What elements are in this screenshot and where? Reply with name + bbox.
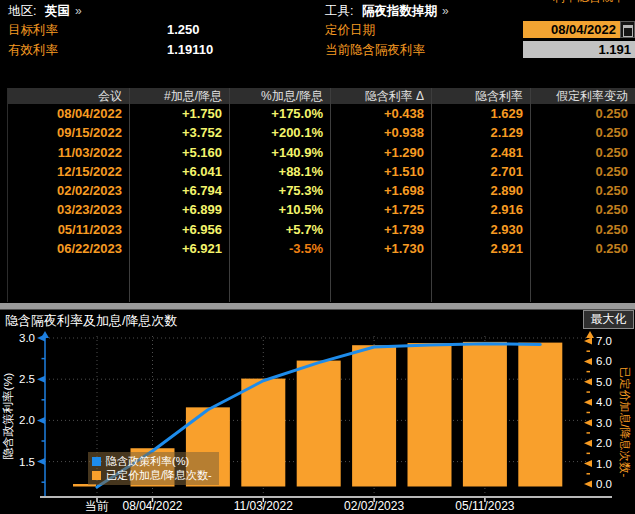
table-cell: 2.916: [431, 200, 530, 219]
table-cell: +1.510: [330, 162, 431, 181]
right-tick-label: 7.0: [596, 335, 612, 347]
table-divider: [530, 88, 531, 302]
table-cell: +1.739: [330, 220, 431, 239]
right-tick-icon: [584, 440, 592, 447]
legend-item[interactable]: 隐含政策利率(%): [92, 454, 212, 468]
table-cell: -3.5%: [229, 239, 330, 258]
table-row[interactable]: 05/11/2023+6.956+5.7%+1.7392.9300.250: [7, 220, 635, 239]
column-header[interactable]: #加息/降息: [129, 88, 229, 104]
table-cell: +75.3%: [229, 181, 330, 200]
x-tick-label: 当前: [85, 499, 109, 513]
legend-label: 隐含政策利率(%): [106, 454, 189, 469]
table-cell: +88.1%: [229, 162, 330, 181]
table-row[interactable]: 02/02/2023+6.794+75.3%+1.6982.8900.250: [7, 181, 635, 200]
table-cell: +140.9%: [229, 143, 330, 162]
table-cell: 0.250: [530, 239, 635, 258]
x-tick-label: 11/03/2022: [234, 499, 293, 513]
tool-selector[interactable]: 工具: 隔夜指数掉期»: [325, 3, 449, 20]
left-axis-title: 隐含政策利率(%): [2, 372, 14, 459]
table-cell: +1.730: [330, 239, 431, 258]
bar: [297, 361, 341, 487]
right-minor-tick: [587, 473, 591, 475]
table-cell: +5.7%: [229, 220, 330, 239]
right-tick-label: 0.0: [596, 478, 612, 490]
right-tick-label: 1.0: [596, 458, 612, 470]
table-cell: +0.438: [330, 104, 431, 123]
table-cell: +6.921: [129, 239, 229, 258]
table-cell: +6.899: [129, 200, 229, 219]
left-tick-icon: [37, 335, 45, 342]
right-tick-label: 6.0: [596, 355, 612, 367]
calendar-icon[interactable]: [620, 21, 635, 38]
meetings-table: 08/04/2022+1.750+175.0%+0.4381.6290.2500…: [7, 104, 635, 258]
chart-legend[interactable]: 隐含政策利率(%) 已定价加息/降息次数-: [88, 452, 219, 485]
pricing-date-input[interactable]: 08/04/2022: [523, 21, 620, 38]
table-row[interactable]: 03/23/2023+6.899+10.5%+1.7252.9160.250: [7, 200, 635, 219]
table-cell: +6.956: [129, 220, 229, 239]
bar: [518, 343, 562, 487]
table-divider: [129, 88, 130, 302]
table-row[interactable]: 12/15/2022+6.041+88.1%+1.5102.7010.250: [7, 162, 635, 181]
right-minor-tick: [587, 391, 591, 393]
region-value[interactable]: 英国: [45, 4, 70, 18]
right-tick-icon: [584, 337, 592, 344]
table-cell: 2.890: [431, 181, 530, 200]
table-cell: 0.250: [530, 181, 635, 200]
left-tick-label: 2.5: [19, 373, 35, 385]
current-implied-label: 当前隐含隔夜利率: [325, 43, 425, 58]
table-cell: 02/02/2023: [7, 181, 129, 200]
table-cell: 09/15/2022: [7, 123, 129, 142]
table-cell: 2.481: [431, 143, 530, 162]
x-tick-label: 02/02/2023: [344, 499, 404, 513]
effective-rate-value: 1.19110: [167, 42, 213, 57]
right-axis-title: 已定价加息/降息次数-: [619, 367, 631, 478]
table-cell: 08/04/2022: [7, 104, 129, 123]
left-minor-tick: [42, 440, 46, 442]
column-header[interactable]: 假定利率变动: [530, 88, 635, 104]
clipped-header-text: 利率隐含概率: [553, 0, 635, 5]
column-header[interactable]: 隐含利率 Δ: [330, 88, 431, 104]
left-tick-icon: [37, 376, 45, 383]
legend-label: 已定价加息/降息次数-: [106, 468, 212, 483]
table-row[interactable]: 11/03/2022+5.160+140.9%+1.2902.4810.250: [7, 143, 635, 162]
tool-label: 工具:: [325, 4, 353, 18]
x-tick-label: 05/11/2023: [455, 499, 514, 513]
table-cell: 0.250: [530, 143, 635, 162]
right-axis-arrow-icon: [586, 331, 594, 338]
legend-item[interactable]: 已定价加息/降息次数-: [92, 468, 212, 482]
right-tick-icon: [584, 358, 592, 365]
maximize-button[interactable]: 最大化: [583, 310, 634, 329]
table-cell: 2.930: [431, 220, 530, 239]
x-tick-label: 08/04/2022: [122, 499, 182, 513]
horizontal-scrollbar[interactable]: [0, 303, 635, 310]
right-tick-icon: [584, 399, 592, 406]
table-divider: [229, 88, 230, 302]
right-tick-label: 2.0: [596, 437, 612, 449]
bar: [408, 343, 452, 486]
tool-chevron-icon[interactable]: »: [442, 4, 449, 18]
table-cell: +5.160: [129, 143, 229, 162]
table-cell: +175.0%: [229, 104, 330, 123]
region-chevron-icon[interactable]: »: [75, 4, 82, 18]
legend-swatch-bar: [92, 471, 101, 480]
left-minor-tick: [42, 358, 46, 360]
table-cell: 11/03/2022: [7, 143, 129, 162]
table-cell: +1.750: [129, 104, 229, 123]
table-row[interactable]: 08/04/2022+1.750+175.0%+0.4381.6290.250: [7, 104, 635, 123]
bar: [352, 345, 396, 486]
column-header[interactable]: %加息/降息: [229, 88, 330, 104]
region-selector[interactable]: 地区: 英国»: [8, 3, 82, 20]
tool-value[interactable]: 隔夜指数掉期: [362, 4, 437, 18]
table-row[interactable]: 09/15/2022+3.752+200.1%+0.9382.1290.250: [7, 123, 635, 142]
right-minor-tick: [587, 371, 591, 373]
table-divider: [431, 88, 432, 302]
right-tick-icon: [584, 481, 592, 488]
x-axis-line: [40, 496, 612, 498]
table-cell: 03/23/2023: [7, 200, 129, 219]
table-cell: 05/11/2023: [7, 220, 129, 239]
table-row[interactable]: 06/22/2023+6.921-3.5%+1.7302.9210.250: [7, 239, 635, 258]
right-minor-tick: [587, 453, 591, 455]
region-label: 地区:: [8, 4, 36, 18]
column-header[interactable]: 隐含利率: [431, 88, 530, 104]
column-header[interactable]: 会议: [7, 88, 129, 104]
